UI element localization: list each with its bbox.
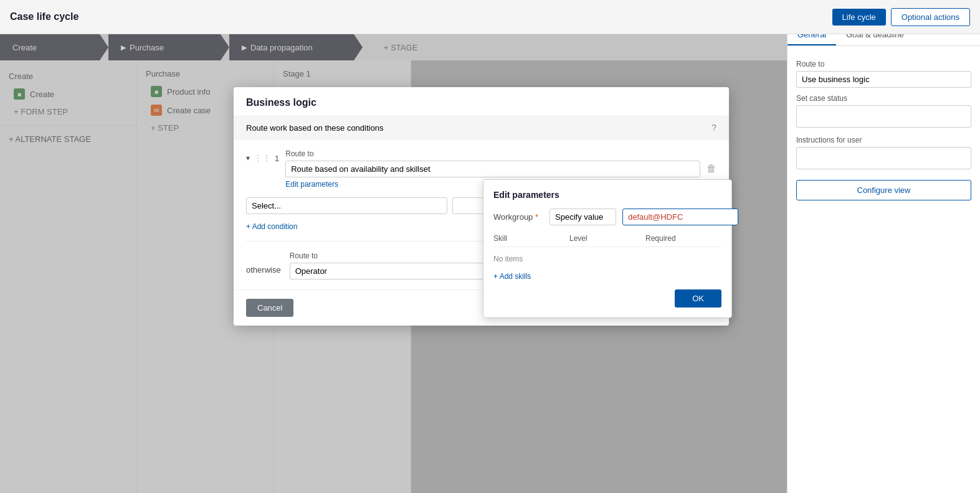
required-star: * bbox=[535, 212, 538, 222]
skill-col-header: Skill bbox=[493, 234, 569, 243]
set-case-status-input[interactable] bbox=[796, 105, 971, 128]
delete-route-icon[interactable]: 🗑 bbox=[706, 149, 716, 174]
condition-select-1[interactable]: Select... bbox=[246, 197, 447, 214]
collapse-arrow[interactable]: ▾ bbox=[246, 154, 250, 162]
level-col-header: Level bbox=[569, 234, 645, 243]
right-panel-body: Route to Use business logic Operator Set… bbox=[787, 46, 980, 208]
instructions-label: Instructions for user bbox=[796, 136, 971, 144]
drag-handle[interactable]: ⋮⋮ bbox=[254, 153, 271, 163]
required-col-header: Required bbox=[645, 234, 721, 243]
add-skills-link[interactable]: + Add skills bbox=[493, 272, 721, 281]
workgroup-row: Workgroup * Specify value From case fiel… bbox=[493, 209, 721, 225]
workgroup-value-input[interactable] bbox=[622, 209, 738, 225]
dialog-subheader-text: Route work based on these conditions bbox=[246, 123, 383, 133]
top-bar: Case life cycle Life cycle Optional acti… bbox=[0, 0, 980, 34]
info-icon[interactable]: ? bbox=[711, 123, 716, 133]
route-to-label: Route to bbox=[796, 60, 971, 68]
ok-button[interactable]: OK bbox=[675, 289, 721, 308]
top-bar-right: Life cycle Optional actions bbox=[832, 8, 970, 26]
right-panel: Step ? ✕ General Goal & deadline Route t… bbox=[787, 0, 980, 493]
configure-view-button[interactable]: Configure view bbox=[796, 180, 971, 200]
cancel-button[interactable]: Cancel bbox=[246, 299, 293, 317]
dialog-subheader: Route work based on these conditions ? bbox=[234, 116, 729, 139]
optional-actions-button[interactable]: Optional actions bbox=[891, 8, 970, 26]
route-num-1: ▾ ⋮⋮ 1 bbox=[246, 149, 279, 163]
app-title: Case life cycle bbox=[10, 11, 78, 22]
route-to-label-1: Route to bbox=[285, 149, 700, 158]
lifecycle-button[interactable]: Life cycle bbox=[832, 9, 886, 26]
no-items-text: No items bbox=[493, 251, 721, 267]
instructions-input[interactable] bbox=[796, 147, 971, 169]
route-1-select[interactable]: Route based on availability and skillset… bbox=[285, 161, 700, 177]
route-to-select[interactable]: Use business logic Operator bbox=[796, 71, 971, 88]
skills-table-header: Skill Level Required bbox=[493, 234, 721, 247]
edit-params-link[interactable]: Edit parameters bbox=[285, 180, 338, 189]
popup-footer: OK bbox=[493, 289, 721, 308]
otherwise-label: otherwise bbox=[246, 251, 281, 275]
specify-value-select[interactable]: Specify value From case field bbox=[549, 209, 616, 225]
dialog-title: Business logic bbox=[234, 87, 729, 116]
edit-params-popup: Edit parameters Workgroup * Specify valu… bbox=[483, 179, 732, 318]
set-case-status-label: Set case status bbox=[796, 94, 971, 103]
popup-title: Edit parameters bbox=[493, 190, 721, 200]
workgroup-label: Workgroup * bbox=[493, 212, 543, 222]
